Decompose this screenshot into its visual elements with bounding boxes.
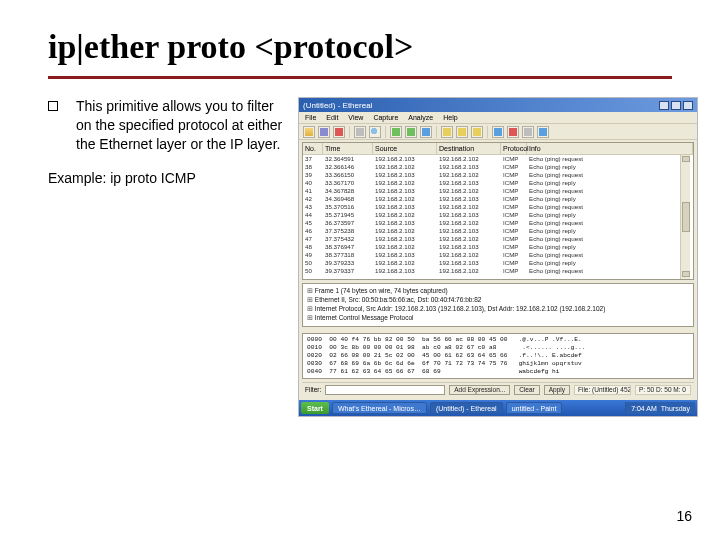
cell-dst: 192.168.2.102 xyxy=(437,235,501,243)
table-row[interactable]: 3832.366146192.168.2.102192.168.2.103ICM… xyxy=(303,163,693,171)
splitter[interactable] xyxy=(302,327,694,330)
cell-dst: 192.168.2.103 xyxy=(437,195,501,203)
col-source[interactable]: Source xyxy=(373,143,437,154)
tree-icmp[interactable]: Internet Control Message Protocol xyxy=(307,313,689,322)
save-icon[interactable] xyxy=(318,126,330,138)
menu-help[interactable]: Help xyxy=(443,114,457,121)
zoom-in-icon[interactable] xyxy=(441,126,453,138)
scroll-thumb[interactable] xyxy=(682,202,690,232)
close-file-icon[interactable] xyxy=(333,126,345,138)
window-buttons xyxy=(659,101,693,110)
zoom-fit-icon[interactable] xyxy=(471,126,483,138)
minimize-button[interactable] xyxy=(659,101,669,110)
cell-time: 33.367170 xyxy=(323,179,373,187)
add-expression-button[interactable]: Add Expression... xyxy=(449,385,510,395)
table-row[interactable]: 4234.369468192.168.2.102192.168.2.103ICM… xyxy=(303,195,693,203)
scroll-down-button[interactable] xyxy=(682,271,690,277)
table-row[interactable]: 3732.364591192.168.2.103192.168.2.102ICM… xyxy=(303,155,693,163)
taskbar-item[interactable]: (Untitled) - Ethereal xyxy=(430,402,503,414)
prev-icon[interactable] xyxy=(390,126,402,138)
filter-bar: Filter: Add Expression... Clear Apply Fi… xyxy=(302,382,694,396)
ethereal-window: (Untitled) - Ethereal File Edit View Cap… xyxy=(298,97,698,417)
table-row[interactable]: 5039.379233192.168.2.102192.168.2.103ICM… xyxy=(303,259,693,267)
find-icon[interactable] xyxy=(369,126,381,138)
cell-time: 32.366146 xyxy=(323,163,373,171)
cell-time: 37.375432 xyxy=(323,235,373,243)
cell-proto: ICMP xyxy=(501,171,527,179)
help-icon[interactable] xyxy=(537,126,549,138)
taskbar-item[interactable]: What's Ethereal - Micros… xyxy=(332,402,427,414)
cell-proto: ICMP xyxy=(501,155,527,163)
cell-proto: ICMP xyxy=(501,259,527,267)
table-row[interactable]: 4637.375238192.168.2.102192.168.2.103ICM… xyxy=(303,227,693,235)
cell-dst: 192.168.2.103 xyxy=(437,179,501,187)
table-row[interactable]: 4737.375432192.168.2.103192.168.2.102ICM… xyxy=(303,235,693,243)
table-row[interactable]: 4435.371945192.168.2.102192.168.2.103ICM… xyxy=(303,211,693,219)
cell-dst: 192.168.2.102 xyxy=(437,155,501,163)
table-row[interactable]: 4536.373597192.168.2.103192.168.2.102ICM… xyxy=(303,219,693,227)
print-icon[interactable] xyxy=(354,126,366,138)
table-row[interactable]: 4938.377318192.168.2.103192.168.2.102ICM… xyxy=(303,251,693,259)
apply-button[interactable]: Apply xyxy=(544,385,570,395)
taskbar-item[interactable]: untitled - Paint xyxy=(506,402,563,414)
menu-view[interactable]: View xyxy=(348,114,363,121)
bullet-text: This primitive allows you to filter on t… xyxy=(76,97,286,154)
table-row[interactable]: 4335.370516192.168.2.103192.168.2.102ICM… xyxy=(303,203,693,211)
packet-bytes-pane[interactable]: 0000 00 40 f4 76 bb 82 00 50 ba 56 66 ac… xyxy=(302,333,694,379)
cell-src: 192.168.2.103 xyxy=(373,251,437,259)
table-row[interactable]: 4134.367828192.168.2.103192.168.2.102ICM… xyxy=(303,187,693,195)
cell-proto: ICMP xyxy=(501,267,527,275)
window-titlebar[interactable]: (Untitled) - Ethereal xyxy=(299,98,697,112)
clear-button[interactable]: Clear xyxy=(514,385,540,395)
vertical-scrollbar[interactable] xyxy=(680,155,690,279)
cell-info: Echo (ping) reply xyxy=(527,243,693,251)
cell-no: 38 xyxy=(303,163,323,171)
zoom-out-icon[interactable] xyxy=(456,126,468,138)
system-tray[interactable]: 7:04 AM Thursday xyxy=(625,402,695,414)
close-button[interactable] xyxy=(683,101,693,110)
maximize-button[interactable] xyxy=(671,101,681,110)
menu-edit[interactable]: Edit xyxy=(326,114,338,121)
cell-time: 34.369468 xyxy=(323,195,373,203)
cell-dst: 192.168.2.103 xyxy=(437,243,501,251)
menu-file[interactable]: File xyxy=(305,114,316,121)
prefs-icon[interactable] xyxy=(522,126,534,138)
cell-no: 45 xyxy=(303,219,323,227)
next-icon[interactable] xyxy=(405,126,417,138)
start-button[interactable]: Start xyxy=(301,402,329,414)
menu-capture[interactable]: Capture xyxy=(373,114,398,121)
cell-proto: ICMP xyxy=(501,163,527,171)
tree-ethernet[interactable]: Ethernet II, Src: 00:50:ba:56:66:ac, Dst… xyxy=(307,295,689,304)
color-rules-icon[interactable] xyxy=(507,126,519,138)
cell-src: 192.168.2.102 xyxy=(373,179,437,187)
tree-ip[interactable]: Internet Protocol, Src Addr: 192.168.2.1… xyxy=(307,304,689,313)
table-row[interactable]: 4838.376947192.168.2.102192.168.2.103ICM… xyxy=(303,243,693,251)
table-row[interactable]: 3933.366150192.168.2.103192.168.2.102ICM… xyxy=(303,171,693,179)
scroll-up-button[interactable] xyxy=(682,156,690,162)
col-time[interactable]: Time xyxy=(323,143,373,154)
col-destination[interactable]: Destination xyxy=(437,143,501,154)
cell-proto: ICMP xyxy=(501,187,527,195)
cell-no: 49 xyxy=(303,251,323,259)
jump-icon[interactable] xyxy=(420,126,432,138)
col-info[interactable]: Info xyxy=(527,143,693,154)
slide-title: ip|ether proto <protocol> xyxy=(48,28,672,66)
open-icon[interactable] xyxy=(303,126,315,138)
tray-clock: 7:04 AM xyxy=(631,405,657,412)
capture-options-icon[interactable] xyxy=(492,126,504,138)
tree-frame[interactable]: Frame 1 (74 bytes on wire, 74 bytes capt… xyxy=(307,286,689,295)
cell-no: 41 xyxy=(303,187,323,195)
filter-input[interactable] xyxy=(325,385,445,395)
cell-src: 192.168.2.102 xyxy=(373,163,437,171)
col-protocol[interactable]: Protocol xyxy=(501,143,527,154)
table-row[interactable]: 5039.379337192.168.2.103192.168.2.102ICM… xyxy=(303,267,693,275)
menu-analyze[interactable]: Analyze xyxy=(408,114,433,121)
cell-src: 192.168.2.102 xyxy=(373,195,437,203)
windows-taskbar: Start What's Ethereal - Micros… (Untitle… xyxy=(299,400,697,416)
cell-src: 192.168.2.103 xyxy=(373,219,437,227)
col-no[interactable]: No. xyxy=(303,143,323,154)
table-row[interactable]: 4033.367170192.168.2.102192.168.2.103ICM… xyxy=(303,179,693,187)
cell-info: Echo (ping) request xyxy=(527,235,693,243)
packet-details-pane[interactable]: Frame 1 (74 bytes on wire, 74 bytes capt… xyxy=(302,283,694,327)
packet-list-pane[interactable]: No. Time Source Destination Protocol Inf… xyxy=(302,142,694,280)
